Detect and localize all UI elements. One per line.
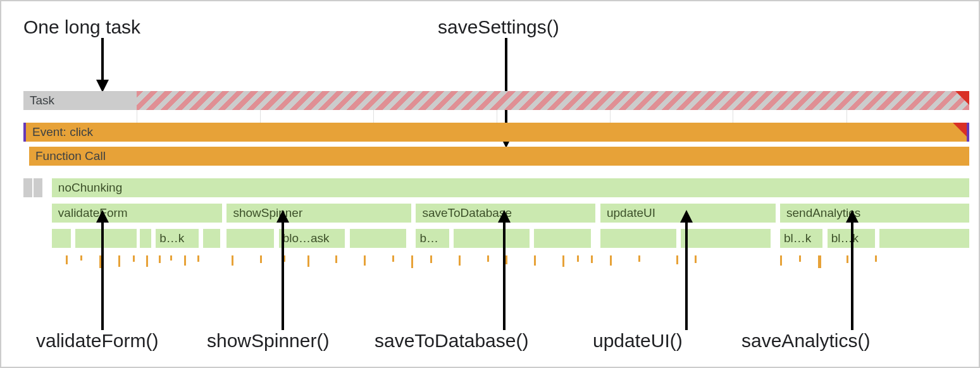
label-one-long-task: One long task [23, 16, 140, 38]
svg-marker-1 [96, 80, 109, 92]
bar-block: bl…k [828, 229, 875, 248]
tick-row [23, 255, 969, 274]
bar-nochunking: noChunking [52, 178, 969, 197]
bar-block [879, 229, 969, 248]
bar-block [52, 229, 71, 248]
bar-block [226, 229, 274, 248]
bar-updateui: updateUI [600, 204, 776, 223]
label-savetodatabase: saveToDatabase() [375, 330, 528, 352]
label-showspinner: showSpinner() [207, 330, 329, 352]
bar-block [75, 229, 137, 248]
bar-validateform: validateForm [52, 204, 222, 223]
bar-sendanalytics: sendAnalytics [780, 204, 969, 223]
bar-block [681, 229, 771, 248]
label-validateform: validateForm() [36, 330, 158, 352]
bar-block: b… [416, 229, 449, 248]
bar-savetodatabase: saveToDatabase [416, 204, 595, 223]
label-saveanalytics: saveAnalytics() [741, 330, 870, 352]
bar-block [203, 229, 220, 248]
bar-block: b…k [156, 229, 198, 248]
label-updateui: updateUI() [593, 330, 683, 352]
bar-block: blo…ask [279, 229, 345, 248]
bar-task-long [137, 91, 969, 110]
bar-showspinner: showSpinner [226, 204, 411, 223]
long-task-marker-icon [955, 91, 969, 105]
bar-stub [34, 178, 42, 197]
bar-block [454, 229, 530, 248]
bar-stub [23, 178, 32, 197]
bar-block [350, 229, 407, 248]
bar-event-click: Event: click [23, 123, 969, 142]
long-task-marker-icon [953, 123, 967, 137]
bar-block [600, 229, 676, 248]
arrow-down-icon [90, 38, 115, 95]
bar-function-call: Function Call [29, 147, 969, 166]
label-savesettings: saveSettings() [438, 16, 559, 38]
bar-block [140, 229, 151, 248]
bar-block [534, 229, 591, 248]
bar-block: bl…k [780, 229, 822, 248]
